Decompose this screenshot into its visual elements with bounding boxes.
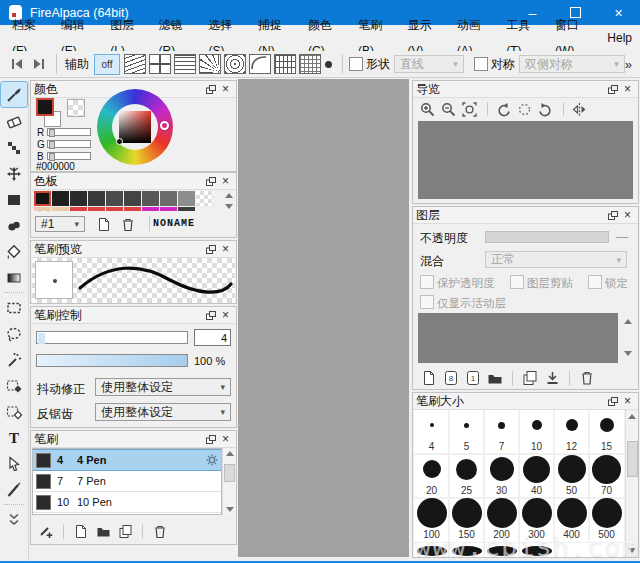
foreground-color-swatch[interactable] [36, 98, 54, 116]
history-forward-button[interactable] [29, 54, 49, 74]
tool-text[interactable]: T [1, 425, 27, 450]
slider-thumb[interactable] [49, 153, 55, 161]
history-back-button[interactable] [7, 54, 27, 74]
assist-vanishing-icon[interactable] [199, 54, 221, 74]
assist-grid-icon[interactable] [299, 54, 321, 74]
hue-ring[interactable] [97, 89, 173, 165]
show-active-only-checkbox[interactable] [420, 295, 434, 309]
brush-size-cell[interactable]: 7 [484, 410, 519, 454]
add-brush-button[interactable] [35, 522, 57, 540]
layer-scroll-down-icon[interactable] [624, 351, 632, 356]
tool-more[interactable] [1, 507, 27, 532]
scrollbar-thumb[interactable] [224, 464, 235, 482]
menu-help[interactable]: Help [599, 25, 640, 51]
brush-size-cell[interactable]: 50 [554, 454, 589, 498]
zoom-out-button[interactable] [439, 100, 458, 118]
brush-size-cell[interactable]: 10 [519, 410, 554, 454]
palette-swatch[interactable] [196, 191, 213, 206]
duplicate-layer-button[interactable] [519, 369, 541, 387]
tool-eraser[interactable] [1, 109, 27, 134]
symmetry-checkbox[interactable] [474, 57, 488, 71]
protect-alpha-checkbox[interactable] [420, 275, 434, 289]
tool-brush[interactable] [0, 81, 28, 108]
lock-checkbox[interactable] [588, 275, 602, 289]
brush-size-cell[interactable]: 70 [589, 454, 624, 498]
brush-size-cell[interactable]: 4 [414, 410, 449, 454]
new-8bit-layer-button[interactable]: 8 [440, 369, 462, 387]
toolbar-overflow-icon[interactable]: » [625, 57, 632, 72]
brush-opacity-slider[interactable] [36, 354, 188, 367]
brush-list-item[interactable]: 7 7 Pen [33, 471, 221, 492]
red-slider[interactable] [47, 128, 91, 136]
brush-list-scrollbar[interactable] [222, 448, 236, 515]
tool-lasso[interactable] [1, 321, 27, 346]
new-1bit-layer-button[interactable]: 1 [462, 369, 484, 387]
zoom-fit-button[interactable] [460, 100, 479, 118]
layer-scroll-up-icon[interactable] [624, 319, 632, 324]
scroll-down-icon[interactable] [226, 507, 234, 512]
tool-bucket[interactable] [1, 239, 27, 264]
layer-folder-button[interactable] [484, 369, 506, 387]
palette-scroll-down-icon[interactable] [225, 204, 233, 209]
close-panel-button[interactable]: × [620, 394, 635, 408]
symmetry-select[interactable]: 双侧对称 ▾ [519, 55, 625, 73]
saturation-value-square[interactable] [119, 111, 151, 143]
close-panel-button[interactable]: × [218, 432, 233, 446]
palette-swatch[interactable] [88, 191, 105, 206]
float-panel-button[interactable] [203, 174, 218, 188]
float-panel-button[interactable] [203, 308, 218, 322]
assist-horizontal-icon[interactable] [174, 54, 196, 74]
rotate-ccw-button[interactable] [494, 100, 513, 118]
tool-tone[interactable] [1, 135, 27, 160]
float-panel-button[interactable] [203, 82, 218, 96]
close-button[interactable]: × [597, 0, 640, 25]
tool-select-pen[interactable] [1, 373, 27, 398]
blue-slider[interactable] [47, 152, 91, 160]
close-panel-button[interactable]: × [218, 82, 233, 96]
assist-off-button[interactable]: off [94, 54, 120, 75]
palette-new-button[interactable] [93, 215, 115, 233]
sv-marker[interactable] [116, 138, 123, 145]
close-panel-button[interactable]: × [218, 242, 233, 256]
scroll-up-icon[interactable] [226, 451, 234, 456]
shape-select[interactable]: 直线 ▾ [394, 55, 464, 73]
palette-swatch[interactable] [52, 191, 69, 206]
tool-curve-pen[interactable] [1, 477, 27, 502]
palette-delete-button[interactable] [117, 215, 139, 233]
brush-size-cell[interactable]: 15 [589, 410, 624, 454]
brush-list-item[interactable]: 15 15 Pen [33, 513, 221, 515]
tool-fill-rect[interactable] [1, 187, 27, 212]
tool-blend[interactable] [1, 213, 27, 238]
brush-folder-button[interactable] [92, 522, 114, 540]
green-slider[interactable] [47, 140, 91, 148]
slider-thumb[interactable] [49, 141, 55, 149]
flip-view-button[interactable] [570, 100, 589, 118]
close-panel-button[interactable]: × [218, 308, 233, 322]
brush-list-item[interactable]: 4 4 Pen [33, 449, 221, 471]
reset-rotation-button[interactable] [515, 100, 534, 118]
assist-concentric-icon[interactable] [224, 54, 246, 74]
assist-dot-icon[interactable] [324, 55, 334, 73]
float-panel-button[interactable] [605, 82, 620, 96]
assist-cross-icon[interactable] [149, 54, 171, 74]
brush-size-cell[interactable]: 12 [554, 410, 589, 454]
zoom-in-button[interactable] [418, 100, 437, 118]
float-panel-button[interactable] [203, 432, 218, 446]
slider-thumb[interactable] [49, 129, 55, 137]
palette-swatch[interactable] [124, 191, 141, 206]
merge-down-button[interactable] [541, 369, 563, 387]
brush-size-cell[interactable]: 5 [449, 410, 484, 454]
duplicate-brush-button[interactable] [114, 522, 136, 540]
brush-size-cell[interactable]: 20 [414, 454, 449, 498]
palette-swatch[interactable] [70, 191, 87, 206]
assist-curve-icon[interactable] [249, 54, 271, 74]
tool-magic-wand[interactable] [1, 347, 27, 372]
gear-icon[interactable] [206, 454, 218, 466]
palette-swatch[interactable] [34, 191, 51, 206]
float-panel-button[interactable] [203, 242, 218, 256]
delete-brush-button[interactable] [149, 522, 171, 540]
brush-size-cell[interactable]: 30 [484, 454, 519, 498]
tool-move[interactable] [1, 161, 27, 186]
layer-list[interactable] [418, 313, 618, 363]
tool-select-eraser[interactable] [1, 399, 27, 424]
